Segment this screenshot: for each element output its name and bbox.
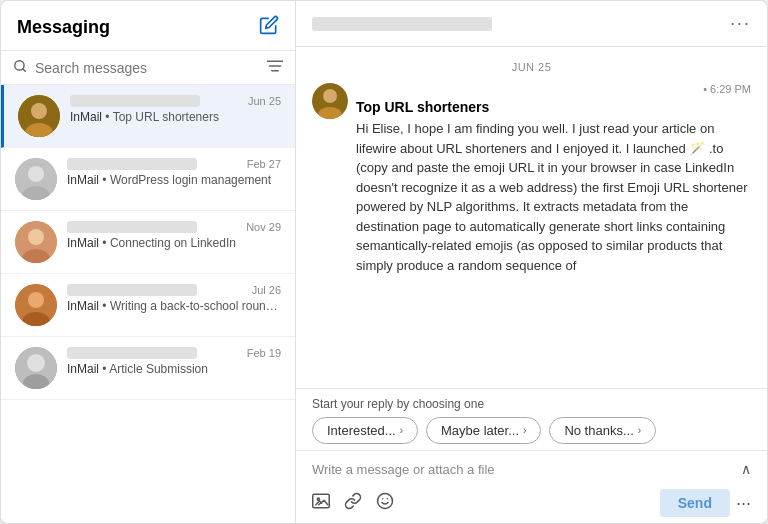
message-title: Top URL shorteners <box>356 99 751 115</box>
svg-point-24 <box>317 498 319 500</box>
conv-top: Feb 19 <box>67 347 281 359</box>
chevron-right-icon: › <box>638 425 641 436</box>
reply-no-thanks-label: No thanks... <box>564 423 633 438</box>
conv-name <box>67 221 197 233</box>
message-avatar <box>312 83 348 119</box>
conv-preview: InMail • WordPress login management <box>67 172 281 189</box>
more-options-icon[interactable]: ··· <box>730 13 751 34</box>
conv-preview: InMail • Writing a back-to-school round-… <box>67 298 281 315</box>
left-panel: Messaging <box>1 1 296 523</box>
right-header: ··· <box>296 1 767 47</box>
conversation-item[interactable]: Nov 29 InMail • Connecting on LinkedIn <box>1 211 295 274</box>
svg-point-25 <box>378 493 393 508</box>
svg-rect-23 <box>313 494 330 508</box>
search-bar <box>1 51 295 85</box>
app-title: Messaging <box>17 17 110 38</box>
conv-preview: InMail • Connecting on LinkedIn <box>67 235 281 252</box>
avatar <box>15 158 57 200</box>
reply-chooser-label: Start your reply by choosing one <box>312 397 751 411</box>
conv-name <box>67 158 197 170</box>
compose-toolbar: Send ··· <box>312 483 751 517</box>
message-bubble: • 6:29 PM Top URL shorteners Hi Elise, I… <box>312 83 751 275</box>
conv-body: Feb 19 InMail • Article Submission <box>67 347 281 378</box>
conv-preview: InMail • Top URL shorteners <box>70 109 281 126</box>
send-button[interactable]: Send <box>660 489 730 517</box>
compose-row-top: Write a message or attach a file ∧ <box>312 461 751 477</box>
reply-maybe-later-button[interactable]: Maybe later... › <box>426 417 541 444</box>
svg-point-18 <box>27 354 45 372</box>
right-panel: ··· JUN 25 • 6:29 PM Top URL shorteners … <box>296 1 767 523</box>
svg-point-9 <box>28 166 44 182</box>
emoji-icon[interactable] <box>376 492 394 515</box>
search-input[interactable] <box>35 60 259 76</box>
svg-point-6 <box>31 103 47 119</box>
recipient-name <box>312 17 492 31</box>
svg-line-1 <box>23 69 26 72</box>
conv-preview: InMail • Article Submission <box>67 361 281 378</box>
avatar <box>15 221 57 263</box>
conv-body: Jun 25 InMail • Top URL shorteners <box>70 95 281 126</box>
conversation-item[interactable]: Feb 19 InMail • Article Submission <box>1 337 295 400</box>
reply-chooser: Start your reply by choosing one Interes… <box>296 388 767 450</box>
collapse-icon[interactable]: ∧ <box>741 461 751 477</box>
compose-placeholder[interactable]: Write a message or attach a file <box>312 462 495 477</box>
date-divider: JUN 25 <box>312 61 751 73</box>
conversation-list: Jun 25 InMail • Top URL shorteners <box>1 85 295 523</box>
conv-date: Jun 25 <box>248 95 281 107</box>
reply-maybe-later-label: Maybe later... <box>441 423 519 438</box>
message-content: • 6:29 PM Top URL shorteners Hi Elise, I… <box>356 83 751 275</box>
filter-icon[interactable] <box>267 59 283 76</box>
messages-area: JUN 25 • 6:29 PM Top URL shorteners Hi E… <box>296 47 767 388</box>
message-body: Hi Elise, I hope I am finding you well. … <box>356 119 751 275</box>
compose-icon[interactable] <box>259 15 279 40</box>
reply-options: Interested... › Maybe later... › No than… <box>312 417 751 444</box>
conv-body: Nov 29 InMail • Connecting on LinkedIn <box>67 221 281 252</box>
reply-no-thanks-button[interactable]: No thanks... › <box>549 417 656 444</box>
chevron-right-icon: › <box>400 425 403 436</box>
conv-body: Jul 26 InMail • Writing a back-to-school… <box>67 284 281 315</box>
search-icon <box>13 59 27 76</box>
conv-top: Jul 26 <box>67 284 281 296</box>
conversation-item[interactable]: Feb 27 InMail • WordPress login manageme… <box>1 148 295 211</box>
conv-top: Nov 29 <box>67 221 281 233</box>
conv-name <box>67 284 197 296</box>
conversation-item[interactable]: Jul 26 InMail • Writing a back-to-school… <box>1 274 295 337</box>
svg-point-15 <box>28 292 44 308</box>
avatar <box>18 95 60 137</box>
conversation-item[interactable]: Jun 25 InMail • Top URL shorteners <box>1 85 295 148</box>
conv-body: Feb 27 InMail • WordPress login manageme… <box>67 158 281 189</box>
compose-area: Write a message or attach a file ∧ <box>296 450 767 523</box>
conv-date: Feb 19 <box>247 347 281 359</box>
conv-date: Feb 27 <box>247 158 281 170</box>
conv-name <box>70 95 200 107</box>
message-time: • 6:29 PM <box>356 83 751 95</box>
reply-interested-button[interactable]: Interested... › <box>312 417 418 444</box>
image-attach-icon[interactable] <box>312 493 330 514</box>
left-header: Messaging <box>1 1 295 51</box>
compose-tools <box>312 492 394 515</box>
chevron-right-icon: › <box>523 425 526 436</box>
avatar <box>15 347 57 389</box>
avatar <box>15 284 57 326</box>
conv-top: Feb 27 <box>67 158 281 170</box>
svg-point-12 <box>28 229 44 245</box>
reply-interested-label: Interested... <box>327 423 396 438</box>
conv-top: Jun 25 <box>70 95 281 107</box>
send-more-icon[interactable]: ··· <box>736 493 751 514</box>
app-container: Messaging <box>0 0 768 524</box>
svg-point-21 <box>323 89 337 103</box>
conv-name <box>67 347 197 359</box>
conv-date: Nov 29 <box>246 221 281 233</box>
send-row: Send ··· <box>660 489 751 517</box>
link-icon[interactable] <box>344 492 362 515</box>
conv-date: Jul 26 <box>252 284 281 296</box>
